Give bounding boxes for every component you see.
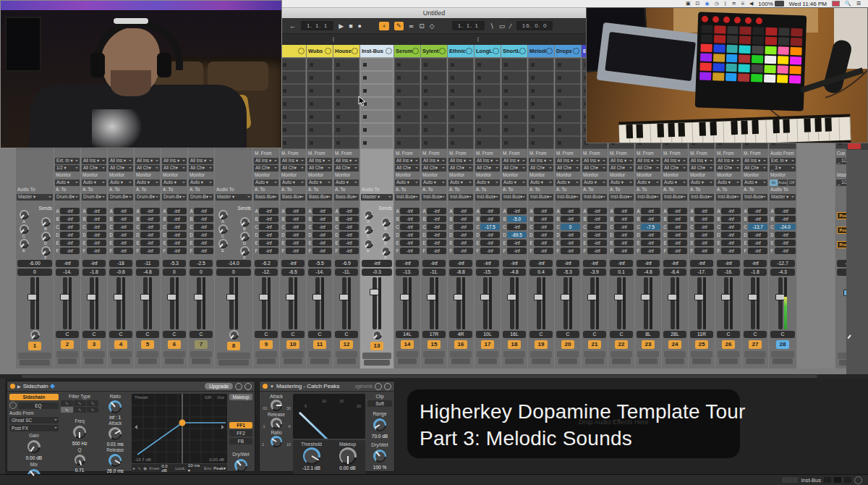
- send-row[interactable]: A-inf: [189, 207, 213, 214]
- routing-select[interactable]: Auto ▾: [422, 180, 446, 186]
- send-value[interactable]: -13.7: [748, 224, 767, 230]
- send-value[interactable]: -inf: [775, 248, 796, 254]
- send-row[interactable]: C-inf: [189, 223, 213, 230]
- routing-select[interactable]: Inst-Bus▾: [582, 194, 607, 201]
- send-row[interactable]: E-inf: [448, 239, 473, 246]
- clip-slot[interactable]: [334, 85, 359, 96]
- send-row[interactable]: A-inf: [636, 207, 660, 214]
- routing-select[interactable]: All Ch▾: [743, 165, 767, 172]
- arm-button[interactable]: [218, 360, 249, 366]
- clip-slot[interactable]: [395, 111, 420, 122]
- track-activator[interactable]: 1: [28, 342, 41, 350]
- fold-icon[interactable]: [298, 48, 305, 54]
- hot-swap-icon[interactable]: [235, 383, 242, 390]
- clip-slot[interactable]: [361, 137, 393, 148]
- send-value[interactable]: -inf: [60, 216, 80, 222]
- fold-icon[interactable]: [352, 48, 358, 54]
- solo-button[interactable]: [771, 351, 794, 358]
- solo-button[interactable]: [309, 351, 331, 358]
- solo-button[interactable]: [664, 351, 686, 358]
- routing-select[interactable]: All Ch▾: [502, 165, 527, 172]
- volume-value[interactable]: 0: [163, 269, 186, 276]
- routing-select[interactable]: Auto ▾: [395, 180, 420, 186]
- send-value[interactable]: -inf: [286, 240, 305, 246]
- send-value[interactable]: -inf: [454, 240, 473, 246]
- session-record-icon[interactable]: ◇: [430, 22, 435, 30]
- send-value[interactable]: -inf: [140, 240, 160, 246]
- send-row[interactable]: F-inf: [281, 247, 305, 254]
- output-readout[interactable]: 0.00 dB: [209, 457, 224, 462]
- track-activator[interactable]: 24: [668, 340, 681, 349]
- send-value[interactable]: -inf: [668, 240, 687, 246]
- send-row[interactable]: A-inf: [556, 207, 580, 214]
- send-row[interactable]: B-inf: [135, 215, 160, 222]
- routing-select[interactable]: All Ch▾: [689, 165, 714, 172]
- pan-value[interactable]: 8L: [637, 331, 660, 338]
- send-row[interactable]: C-inf: [716, 223, 741, 230]
- routing-select[interactable]: Ext. In ▾: [55, 158, 80, 164]
- send-value[interactable]: -inf: [259, 216, 278, 222]
- send-knob-dial[interactable]: [381, 246, 391, 256]
- clip-slot[interactable]: [556, 111, 580, 122]
- save-preset-icon[interactable]: [384, 383, 391, 390]
- pan-value[interactable]: C: [529, 331, 553, 338]
- solo-button[interactable]: [450, 351, 472, 358]
- volume-value[interactable]: -14.: [56, 269, 79, 276]
- send-value[interactable]: -inf: [312, 216, 332, 222]
- monitor-selector[interactable]: InAutoOff: [770, 180, 796, 186]
- send-row[interactable]: E-inf: [582, 239, 607, 246]
- peak-value[interactable]: -inf: [396, 260, 419, 267]
- arm-button[interactable]: [192, 358, 210, 364]
- send-value[interactable]: -inf: [427, 232, 446, 238]
- capture-icon[interactable]: ⊡: [419, 22, 425, 30]
- track-activator[interactable]: 23: [642, 340, 655, 349]
- volume-value[interactable]: -1.8: [744, 269, 767, 276]
- clip-slot[interactable]: [502, 72, 527, 83]
- routing-select[interactable]: Inst-Bus▾: [743, 194, 767, 201]
- send-value[interactable]: -inf: [286, 224, 305, 230]
- send-row[interactable]: E-inf: [556, 239, 580, 246]
- send-value[interactable]: -inf: [641, 232, 660, 238]
- clip-slot[interactable]: [556, 137, 580, 148]
- send-row[interactable]: D-inf: [716, 231, 741, 238]
- send-row[interactable]: E-inf: [189, 239, 213, 246]
- solo-button[interactable]: [691, 351, 712, 358]
- send-row[interactable]: D-inf: [135, 231, 160, 238]
- volume-value[interactable]: -15.: [476, 269, 499, 276]
- q-value[interactable]: 0.71: [61, 468, 99, 473]
- device-view-handle[interactable]: [0, 379, 5, 474]
- send-row[interactable]: C-inf: [582, 223, 607, 230]
- pan-value[interactable]: C: [255, 331, 278, 338]
- clip-slot[interactable]: [422, 85, 446, 96]
- send-row[interactable]: D-inf: [109, 231, 133, 238]
- send-row[interactable]: F-inf: [395, 247, 420, 254]
- clip-slot[interactable]: [307, 72, 332, 83]
- send-row[interactable]: C-13.7: [743, 223, 767, 230]
- volume-value[interactable]: -4.3: [770, 269, 795, 276]
- send-value[interactable]: -inf: [194, 208, 213, 214]
- clip-slot[interactable]: [395, 85, 420, 96]
- send-row[interactable]: B-inf: [422, 215, 446, 222]
- fader-rail[interactable]: [483, 277, 488, 329]
- send-knob-dial[interactable]: [218, 224, 228, 234]
- send-value[interactable]: -inf: [194, 216, 213, 222]
- send-row[interactable]: D-inf: [582, 231, 607, 238]
- send-row[interactable]: B-inf: [334, 215, 359, 222]
- send-value[interactable]: -inf: [561, 216, 580, 222]
- send-row[interactable]: E-inf: [475, 239, 500, 246]
- track-header[interactable]: Ethnic: [448, 45, 474, 57]
- pan-value[interactable]: C: [717, 331, 740, 338]
- pan-value[interactable]: 17R: [422, 331, 446, 338]
- send-value[interactable]: -inf: [167, 240, 187, 246]
- clip-slot[interactable]: [448, 98, 473, 109]
- send-row[interactable]: D-inf: [663, 231, 687, 238]
- routing-select[interactable]: All Ch▾: [716, 165, 741, 172]
- routing-select[interactable]: All Ins ▾: [448, 158, 473, 164]
- fader-rail[interactable]: [510, 277, 514, 329]
- q-knob[interactable]: [75, 455, 85, 465]
- makeup-toggle[interactable]: Makeup: [229, 394, 252, 400]
- send-row[interactable]: C-inf: [395, 223, 420, 230]
- solo-button[interactable]: [56, 351, 78, 358]
- pan-value[interactable]: C: [136, 331, 159, 338]
- volume-value[interactable]: -3.9: [583, 269, 606, 276]
